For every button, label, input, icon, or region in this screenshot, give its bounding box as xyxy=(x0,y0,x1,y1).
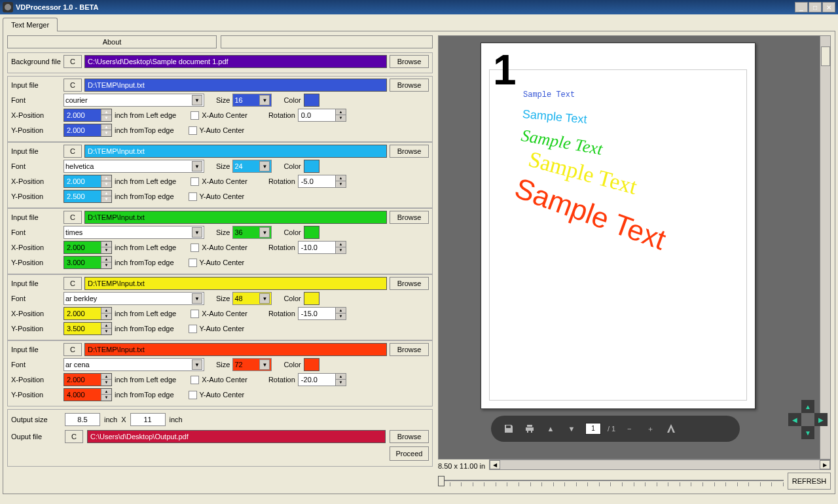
rotation-spinner[interactable]: -5.0▲▼ xyxy=(298,175,346,188)
xauto-label: X-Auto Center xyxy=(202,243,247,251)
size-combo[interactable]: 36▼ xyxy=(232,226,272,239)
background-clear-button[interactable]: C xyxy=(64,55,82,68)
input-file-field[interactable]: D:\TEMP\Input.txt xyxy=(84,211,387,224)
yauto-checkbox[interactable] xyxy=(189,126,197,135)
xauto-checkbox[interactable] xyxy=(191,111,199,120)
input-browse-button[interactable]: Browse xyxy=(390,277,429,290)
page-input[interactable]: 1 xyxy=(585,423,601,435)
xauto-checkbox[interactable] xyxy=(191,177,199,186)
color-swatch[interactable] xyxy=(304,94,319,107)
xauto-checkbox[interactable] xyxy=(191,310,199,318)
xauto-checkbox[interactable] xyxy=(191,243,199,252)
ypos-spinner[interactable]: 4.000▲▼ xyxy=(64,388,112,401)
yauto-checkbox[interactable] xyxy=(189,391,197,399)
ypos-spinner[interactable]: 2.500▲▼ xyxy=(64,190,112,203)
zoom-out-icon[interactable]: − xyxy=(622,422,636,436)
size-combo[interactable]: 16▼ xyxy=(232,94,272,107)
color-swatch[interactable] xyxy=(304,160,319,173)
input-file-label: Input file xyxy=(11,346,61,353)
yauto-checkbox[interactable] xyxy=(189,259,197,267)
font-combo[interactable]: times▼ xyxy=(64,226,204,239)
save-icon[interactable] xyxy=(501,422,516,436)
about-button[interactable]: About xyxy=(7,35,217,48)
adobe-icon[interactable] xyxy=(664,422,678,436)
app-icon xyxy=(3,2,13,12)
input-browse-button[interactable]: Browse xyxy=(390,145,429,158)
refresh-button[interactable]: REFRESH xyxy=(788,473,831,490)
preview-hscrollbar[interactable]: ◀▶ xyxy=(489,459,831,470)
color-swatch[interactable] xyxy=(304,358,319,371)
rotation-spinner[interactable]: 0.0▲▼ xyxy=(298,109,346,122)
ypos-label: Y-Position xyxy=(11,192,61,200)
input-clear-button[interactable]: C xyxy=(64,79,82,92)
font-combo[interactable]: ar cena▼ xyxy=(64,358,204,371)
size-combo[interactable]: 72▼ xyxy=(232,358,272,371)
output-height-field[interactable]: 11 xyxy=(130,413,166,426)
xpos-spinner[interactable]: 2.000▲▼ xyxy=(64,241,112,254)
input-file-label: Input file xyxy=(11,147,61,155)
color-swatch[interactable] xyxy=(304,292,319,305)
nav-up-button[interactable]: ▲ xyxy=(801,400,814,413)
size-combo[interactable]: 24▼ xyxy=(232,160,272,173)
rotation-spinner[interactable]: -15.0▲▼ xyxy=(298,307,346,320)
color-label: Color xyxy=(283,295,301,302)
nav-right-button[interactable]: ▶ xyxy=(814,413,828,426)
output-clear-button[interactable]: C xyxy=(65,430,83,443)
print-icon[interactable] xyxy=(522,422,537,436)
nav-down-button[interactable]: ▼ xyxy=(801,426,814,439)
yauto-checkbox[interactable] xyxy=(189,325,197,333)
size-label: Size xyxy=(216,162,230,170)
inch-left-label: inch from Left edge xyxy=(115,177,176,185)
page-up-icon[interactable]: ▲ xyxy=(543,422,558,436)
preview-vscrollbar[interactable] xyxy=(820,36,830,459)
input-browse-button[interactable]: Browse xyxy=(390,211,429,224)
background-browse-button[interactable]: Browse xyxy=(390,55,429,68)
background-file-field[interactable]: C:\Users\d\Desktop\Sample document 1.pdf xyxy=(84,55,387,68)
zoom-slider[interactable] xyxy=(438,473,784,489)
size-combo[interactable]: 48▼ xyxy=(232,292,272,305)
output-browse-button[interactable]: Browse xyxy=(390,430,429,443)
maximize-button[interactable]: □ xyxy=(809,2,822,12)
output-width-field[interactable]: 8.5 xyxy=(65,413,100,426)
input-file-field[interactable]: D:\TEMP\Input.txt xyxy=(84,145,387,158)
preview-column: 1 Sample TextSample TextSample TextSampl… xyxy=(438,35,831,490)
window-title: VDProcessor 1.0 - BETA xyxy=(16,3,98,11)
yauto-checkbox[interactable] xyxy=(189,192,197,201)
tab-text-merger[interactable]: Text Merger xyxy=(3,18,58,31)
font-combo[interactable]: courier▼ xyxy=(64,94,204,107)
xauto-checkbox[interactable] xyxy=(191,376,199,384)
xpos-spinner[interactable]: 2.000▲▼ xyxy=(64,109,112,122)
minimize-button[interactable]: _ xyxy=(795,2,808,12)
ypos-spinner[interactable]: 2.000▲▼ xyxy=(64,124,112,137)
font-combo[interactable]: ar berkley▼ xyxy=(64,292,204,305)
zoom-in-icon[interactable]: ＋ xyxy=(643,422,657,436)
xpos-spinner[interactable]: 2.000▲▼ xyxy=(64,175,112,188)
output-file-field[interactable]: C:\Users\d\Desktop\Output.pdf xyxy=(87,430,386,443)
proceed-button[interactable]: Proceed xyxy=(390,446,429,461)
close-button[interactable]: ✕ xyxy=(822,2,835,12)
yauto-label: Y-Auto Center xyxy=(200,259,245,266)
rotation-spinner[interactable]: -10.0▲▼ xyxy=(298,241,346,254)
nav-left-button[interactable]: ◀ xyxy=(788,413,801,426)
ypos-spinner[interactable]: 3.500▲▼ xyxy=(64,322,112,335)
input-file-field[interactable]: D:\TEMP\Input.txt xyxy=(84,343,387,356)
input-browse-button[interactable]: Browse xyxy=(390,79,429,92)
font-combo[interactable]: helvetica▼ xyxy=(64,160,204,173)
input-clear-button[interactable]: C xyxy=(64,343,82,356)
nav-pad: ▲ ◀ ▶ ▼ xyxy=(788,400,828,439)
color-swatch[interactable] xyxy=(304,226,319,239)
ypos-spinner[interactable]: 3.000▲▼ xyxy=(64,256,112,269)
input-clear-button[interactable]: C xyxy=(64,277,82,290)
input-clear-button[interactable]: C xyxy=(64,145,82,158)
inch-top-label: inch fromTop edge xyxy=(115,126,174,134)
rotation-spinner[interactable]: -20.0▲▼ xyxy=(298,373,346,386)
input-file-field[interactable]: D:\TEMP\Input.txt xyxy=(84,277,387,290)
xpos-spinner[interactable]: 2.000▲▼ xyxy=(64,373,112,386)
ypos-label: Y-Position xyxy=(11,391,61,399)
page-down-icon[interactable]: ▼ xyxy=(564,422,579,436)
xpos-spinner[interactable]: 2.000▲▼ xyxy=(64,307,112,320)
input-clear-button[interactable]: C xyxy=(64,211,82,224)
size-label: Size xyxy=(216,295,230,302)
input-file-field[interactable]: D:\TEMP\Input.txt xyxy=(84,79,387,92)
input-browse-button[interactable]: Browse xyxy=(390,343,429,356)
